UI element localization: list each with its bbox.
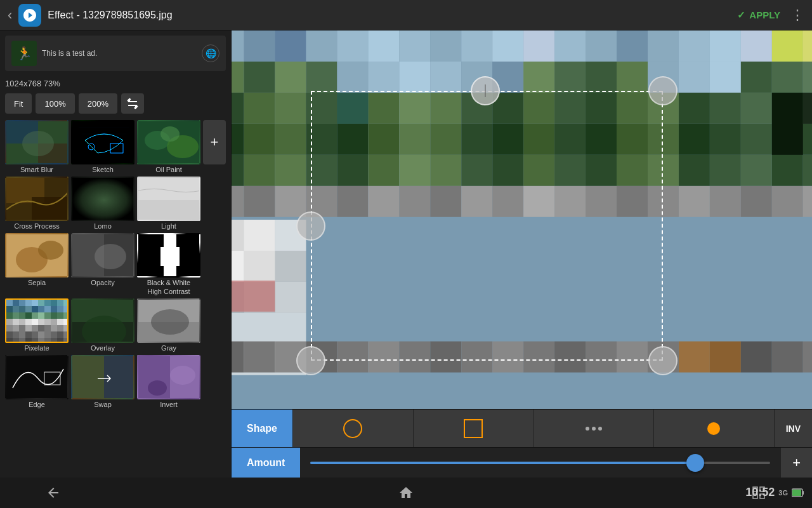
handle-bottom-right[interactable] [648, 346, 678, 375]
svg-rect-23 [138, 200, 200, 221]
svg-rect-127 [368, 30, 399, 62]
effect-thumb-overlay [71, 298, 134, 343]
svg-point-285 [707, 422, 720, 435]
svg-rect-46 [13, 306, 19, 312]
svg-rect-227 [710, 124, 741, 155]
amount-plus-button[interactable]: + [780, 448, 812, 478]
more-options-button[interactable]: ⋮ [790, 7, 804, 23]
effect-lomo[interactable]: Lomo [71, 177, 134, 231]
effects-row-2: Cross Process [5, 177, 226, 231]
effect-sepia[interactable]: Sepia [5, 233, 69, 287]
effect-smart-blur[interactable]: Smart Blur [5, 120, 69, 174]
handle-left-center[interactable] [296, 211, 325, 241]
svg-rect-126 [337, 30, 368, 62]
canvas-area[interactable] [232, 30, 812, 409]
svg-rect-123 [244, 30, 275, 62]
svg-rect-149 [368, 62, 399, 93]
effect-label-gray: Gray [161, 344, 176, 352]
svg-rect-139 [741, 30, 772, 62]
svg-rect-68 [25, 319, 32, 325]
fit-button[interactable]: Fit [5, 93, 32, 114]
effect-edge[interactable]: Edge [5, 355, 69, 409]
right-panel: Shape [232, 30, 812, 478]
svg-rect-184 [232, 186, 244, 217]
amount-label-button[interactable]: Amount [232, 448, 300, 478]
svg-rect-228 [741, 124, 772, 155]
svg-rect-134 [586, 30, 617, 62]
svg-point-280 [344, 420, 362, 438]
effect-light[interactable]: Light [137, 177, 200, 231]
svg-rect-102 [51, 338, 57, 343]
svg-point-7 [22, 131, 54, 156]
home-button[interactable] [391, 478, 421, 508]
handle-top-center[interactable] [471, 76, 500, 105]
effect-label-light: Light [161, 222, 176, 231]
app-icon [18, 4, 41, 27]
shape-dot-option[interactable] [653, 410, 774, 447]
svg-rect-254 [244, 251, 275, 282]
effect-bw-high-contrast[interactable]: Black & WhiteHigh Contrast [137, 233, 200, 295]
handle-bottom-left[interactable] [296, 346, 325, 375]
back-arrow-icon[interactable]: ‹ [8, 7, 12, 23]
svg-rect-20 [72, 178, 134, 221]
effect-label-pixelate: Pixelate [24, 344, 49, 352]
svg-rect-247 [710, 155, 741, 186]
effect-oil-paint[interactable]: Oil Paint [137, 120, 200, 174]
svg-rect-211 [232, 124, 244, 155]
svg-rect-54 [63, 306, 69, 312]
svg-rect-90 [38, 331, 44, 338]
svg-rect-93 [57, 331, 63, 338]
svg-rect-212 [244, 124, 275, 155]
effect-thumb-edge [5, 355, 69, 399]
add-effect-button[interactable]: + [203, 120, 226, 164]
zoom-100-button[interactable]: 100% [36, 93, 74, 114]
svg-rect-273 [772, 342, 803, 373]
svg-rect-281 [464, 420, 482, 438]
shape-label-button[interactable]: Shape [232, 410, 292, 447]
ad-banner[interactable]: 🏃 This is a test ad. 🌐 [5, 36, 226, 71]
back-button[interactable] [38, 478, 69, 508]
svg-rect-41 [44, 300, 51, 306]
shape-circle-option[interactable] [292, 410, 413, 447]
effect-gray[interactable]: Gray [137, 298, 200, 352]
zoom-200-button[interactable]: 200% [79, 93, 117, 114]
effect-opacity[interactable]: Opacity [71, 233, 134, 287]
effect-label-edge: Edge [29, 401, 45, 409]
effects-grid: Smart Blur Sketch [0, 117, 231, 478]
effect-label-lomo: Lomo [94, 222, 112, 231]
svg-rect-63 [57, 312, 63, 319]
handle-right-top[interactable] [648, 76, 678, 105]
effect-sketch[interactable]: Sketch [71, 120, 134, 174]
effects-row-5: Edge Swap [5, 355, 226, 409]
image-info: 1024x768 73% [0, 76, 231, 91]
svg-rect-156 [586, 62, 617, 93]
svg-point-120 [148, 380, 167, 396]
svg-rect-61 [44, 312, 51, 319]
svg-point-110 [151, 309, 189, 335]
globe-icon[interactable]: 🌐 [202, 44, 219, 62]
apply-button[interactable]: ✓ APPLY [737, 10, 780, 21]
effect-overlay[interactable]: Overlay [71, 298, 134, 352]
svg-point-26 [38, 241, 63, 260]
effect-pixelate[interactable]: Pixelate [5, 298, 69, 352]
svg-rect-91 [44, 331, 51, 338]
svg-rect-52 [51, 306, 57, 312]
svg-rect-66 [13, 319, 19, 325]
effect-label-sketch: Sketch [92, 166, 114, 174]
effect-cross-process[interactable]: Cross Process [5, 177, 69, 231]
amount-slider[interactable] [310, 462, 770, 464]
shape-square-option[interactable] [413, 410, 534, 447]
topbar: ‹ Effect - 1329789851695.jpg ✓ APPLY ⋮ [0, 0, 812, 30]
effect-thumb-sketch [71, 120, 134, 164]
effect-swap[interactable]: Swap [71, 355, 134, 409]
circle-shape-icon [341, 417, 364, 440]
effect-invert[interactable]: Invert [137, 355, 200, 409]
zoom-percent: 73% [44, 79, 60, 88]
svg-rect-85 [6, 331, 13, 338]
svg-rect-125 [306, 30, 337, 62]
svg-rect-148 [337, 62, 368, 93]
svg-rect-83 [57, 325, 63, 331]
shape-dots-option[interactable] [533, 410, 653, 447]
swap-axes-button[interactable] [121, 93, 144, 114]
inv-button[interactable]: INV [774, 410, 812, 447]
